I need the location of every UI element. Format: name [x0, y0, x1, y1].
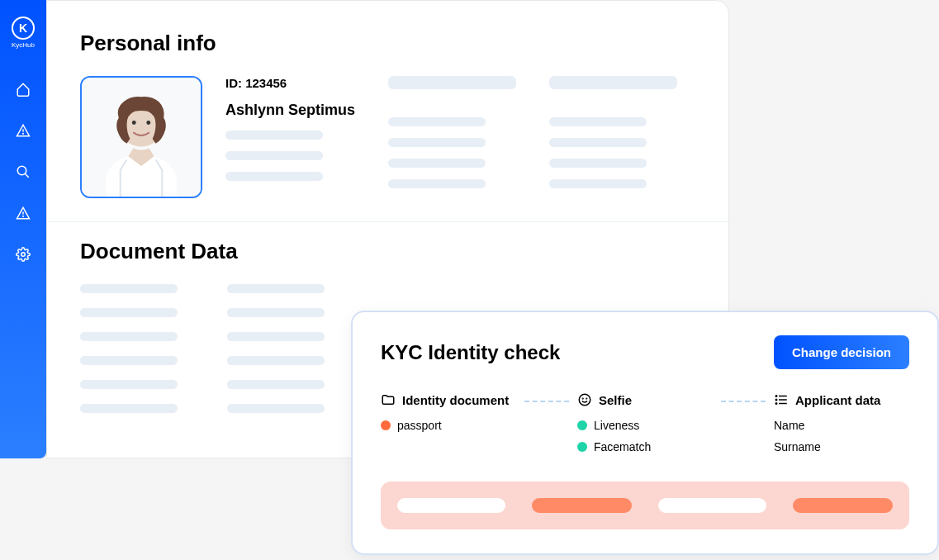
placeholder-pill — [793, 498, 893, 513]
name-label: Name — [774, 419, 804, 432]
personal-info-row: ID: 123456 Ashlynn Septimus — [80, 76, 695, 198]
kyc-applicant-section: Applicant data Name Surname — [774, 392, 909, 462]
kyc-panel: KYC Identity check Change decision Ident… — [351, 311, 939, 555]
kyc-item-facematch: Facematch — [577, 440, 713, 453]
nav-alert-1[interactable] — [14, 121, 32, 140]
kyc-title: KYC Identity check — [381, 341, 560, 364]
divider — [47, 221, 728, 222]
doc-col-2 — [227, 284, 325, 413]
placeholder — [549, 159, 647, 168]
placeholder — [225, 131, 323, 140]
svg-point-17 — [775, 396, 777, 397]
placeholder — [80, 404, 178, 413]
placeholder — [225, 151, 323, 160]
facematch-label: Facematch — [594, 440, 651, 453]
kyc-selfie-section: Selfie Liveness Facematch — [577, 392, 713, 462]
selfie-header: Selfie — [577, 392, 713, 407]
applicant-data-header: Applicant data — [774, 392, 909, 407]
placeholder — [227, 332, 325, 341]
placeholder — [227, 284, 325, 293]
folder-icon — [381, 392, 396, 407]
doc-col-1 — [80, 284, 178, 413]
passport-label: passport — [397, 419, 442, 432]
svg-point-11 — [579, 394, 590, 406]
svg-point-5 — [23, 216, 24, 216]
placeholder — [80, 284, 178, 293]
kyc-item-name: Name — [774, 419, 909, 432]
kyc-header: KYC Identity check Change decision — [381, 335, 909, 369]
brand-logo: K KycHub — [12, 17, 35, 49]
placeholder-pill — [658, 498, 766, 513]
placeholder — [80, 308, 178, 317]
sidebar: K KycHub — [0, 0, 46, 458]
change-decision-button[interactable]: Change decision — [774, 335, 909, 369]
step-connector — [721, 401, 766, 402]
svg-point-12 — [582, 398, 583, 399]
placeholder — [80, 380, 178, 389]
nav-settings[interactable] — [14, 245, 32, 263]
document-data-title: Document Data — [80, 239, 695, 264]
logo-icon: K — [12, 17, 35, 40]
kyc-steps: Identity document passport Selfie Livene… — [381, 392, 909, 462]
placeholder — [549, 76, 677, 89]
status-dot-orange — [381, 420, 391, 430]
svg-line-3 — [25, 173, 29, 178]
smile-icon — [577, 392, 592, 407]
kyc-bottom-bar — [381, 482, 909, 529]
applicant-id: ID: 123456 — [225, 76, 355, 90]
placeholder — [80, 332, 178, 341]
placeholder — [225, 172, 323, 181]
svg-point-10 — [146, 121, 150, 125]
info-col-3 — [549, 76, 677, 198]
nav-search[interactable] — [14, 163, 32, 181]
svg-point-1 — [23, 133, 24, 134]
surname-label: Surname — [774, 440, 821, 453]
svg-point-13 — [586, 398, 587, 399]
placeholder — [388, 138, 486, 147]
nav-home[interactable] — [14, 80, 32, 98]
placeholder — [549, 179, 647, 188]
placeholder — [388, 117, 486, 126]
placeholder — [549, 117, 647, 126]
placeholder-pill — [397, 498, 505, 513]
placeholder-pill — [532, 498, 632, 513]
svg-point-9 — [132, 121, 136, 125]
placeholder — [227, 404, 325, 413]
placeholder — [388, 179, 486, 188]
nav-alert-2[interactable] — [14, 204, 32, 222]
selfie-label: Selfie — [599, 393, 632, 407]
placeholder — [388, 159, 486, 168]
identity-label: Identity document — [402, 393, 509, 407]
placeholder — [227, 356, 325, 365]
placeholder — [80, 356, 178, 365]
personal-info-title: Personal info — [80, 31, 695, 56]
kyc-identity-section: Identity document passport — [381, 392, 516, 462]
applicant-data-label: Applicant data — [795, 393, 880, 407]
placeholder — [549, 138, 647, 147]
applicant-avatar — [80, 76, 202, 198]
svg-point-18 — [775, 399, 777, 401]
svg-point-2 — [17, 166, 26, 175]
kyc-item-surname: Surname — [774, 440, 909, 453]
placeholder — [227, 380, 325, 389]
identity-document-header: Identity document — [381, 392, 516, 407]
liveness-label: Liveness — [594, 419, 639, 432]
applicant-name: Ashlynn Septimus — [225, 102, 355, 119]
status-dot-teal — [577, 442, 587, 452]
placeholder — [388, 76, 516, 89]
brand-name: KycHub — [12, 41, 35, 49]
list-icon — [774, 392, 789, 407]
info-columns: ID: 123456 Ashlynn Septimus — [225, 76, 677, 198]
info-col-2 — [388, 76, 516, 198]
status-dot-teal — [577, 420, 587, 430]
kyc-item-passport: passport — [381, 419, 516, 432]
svg-point-6 — [21, 253, 26, 257]
info-col-1: ID: 123456 Ashlynn Septimus — [225, 76, 355, 198]
placeholder — [227, 308, 325, 317]
svg-point-19 — [775, 403, 777, 405]
step-connector — [524, 401, 569, 402]
kyc-item-liveness: Liveness — [577, 419, 713, 432]
